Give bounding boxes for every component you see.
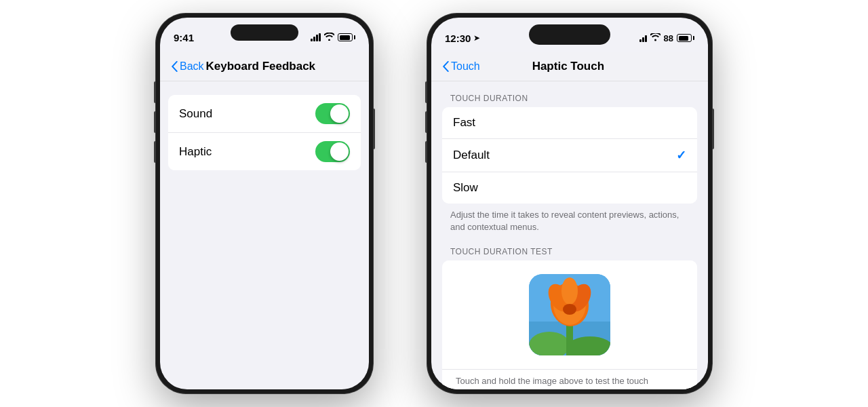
- battery-icon-lg: [677, 34, 694, 42]
- haptic-toggle[interactable]: [315, 141, 350, 162]
- phone-sm-screen: 9:41: [160, 18, 369, 389]
- fast-option[interactable]: Fast: [442, 107, 697, 139]
- slow-label: Slow: [453, 181, 478, 195]
- nav-title-lg: Haptic Touch: [480, 60, 656, 73]
- location-icon: ➤: [473, 33, 480, 43]
- touch-duration-list: Fast Default ✓ Slow: [442, 107, 697, 204]
- slow-option[interactable]: Slow: [442, 172, 697, 204]
- test-image-section: Touch and hold the image above to test t…: [442, 260, 697, 389]
- touch-duration-header: TOUCH DURATION: [431, 94, 708, 103]
- nav-bar-sm: Back Keyboard Feedback: [160, 52, 369, 81]
- dynamic-island: [529, 24, 610, 45]
- sound-toggle[interactable]: [315, 103, 350, 124]
- test-section-header: TOUCH DURATION TEST: [431, 247, 708, 256]
- signal-icon-lg: [639, 34, 647, 42]
- sound-label: Sound: [179, 107, 212, 121]
- back-button-sm[interactable]: Back: [171, 60, 204, 73]
- back-label-sm: Back: [180, 60, 204, 73]
- svg-point-9: [561, 277, 578, 305]
- flower-image[interactable]: [529, 274, 610, 355]
- iphone-large: 12:30 ➤ 88: [427, 14, 712, 393]
- notch-sm: [231, 24, 298, 41]
- iphone-small: 9:41: [156, 14, 373, 393]
- wifi-icon-lg: [650, 32, 660, 44]
- test-description: Touch and hold the image above to test t…: [442, 369, 697, 389]
- settings-section-sm: Sound Haptic: [168, 95, 361, 170]
- battery-pct-lg: 88: [664, 33, 673, 43]
- svg-point-10: [563, 304, 576, 315]
- phone-lg-screen: 12:30 ➤ 88: [431, 18, 708, 389]
- back-label-lg: Touch: [451, 60, 480, 73]
- back-button-lg[interactable]: Touch: [442, 60, 480, 73]
- default-label: Default: [453, 149, 490, 162]
- default-option[interactable]: Default ✓: [442, 139, 697, 172]
- haptic-label: Haptic: [179, 145, 212, 159]
- fast-label: Fast: [453, 116, 475, 130]
- signal-icon-sm: [311, 33, 321, 41]
- sound-row: Sound: [168, 95, 361, 132]
- flower-image-container[interactable]: [442, 260, 697, 369]
- touch-description: Adjust the time it takes to reveal conte…: [431, 204, 708, 233]
- default-check: ✓: [676, 148, 686, 163]
- battery-icon-sm: [338, 33, 355, 41]
- status-icons-sm: [311, 33, 355, 43]
- flower-svg: [529, 274, 610, 355]
- haptic-row: Haptic: [168, 132, 361, 170]
- lg-scroll-area[interactable]: TOUCH DURATION Fast Default ✓ Slow Adjus…: [431, 81, 708, 389]
- wifi-icon-sm: [324, 33, 334, 43]
- nav-title-sm: Keyboard Feedback: [204, 60, 317, 73]
- status-time-sm: 9:41: [174, 32, 194, 43]
- status-time-lg: 12:30: [445, 33, 471, 44]
- status-icons-lg: 88: [639, 32, 694, 44]
- nav-bar-lg: Touch Haptic Touch: [431, 52, 708, 81]
